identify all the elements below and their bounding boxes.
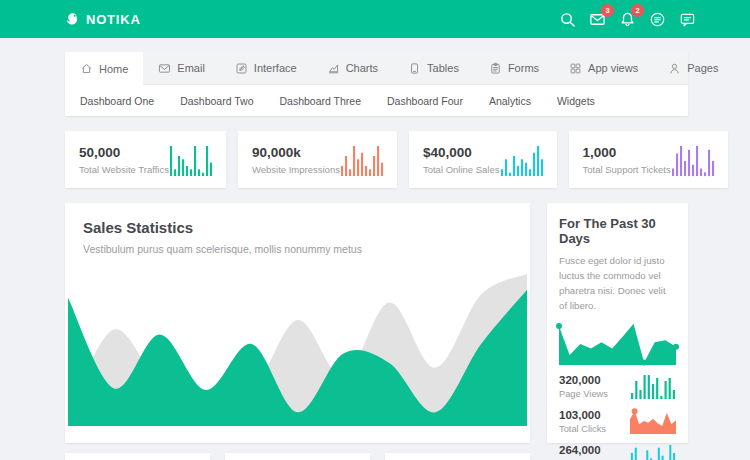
pageviews-bars-chart (630, 373, 676, 399)
stat-value: 90,000k (252, 145, 340, 160)
stat-label: Total Support Tickets (583, 164, 671, 175)
tab-label: Tables (427, 62, 459, 74)
bottom-card-1 (65, 453, 210, 460)
impressions-bars-chart (340, 144, 384, 176)
subnav-analytics[interactable]: Analytics (476, 95, 544, 107)
tab-label: Pages (687, 62, 718, 74)
sales-statistics-subtitle: Vestibulum purus quam scelerisque, molli… (83, 243, 512, 255)
subnav-dashboard-one[interactable]: Dashboard One (67, 95, 167, 107)
sales-area-chart (68, 264, 527, 426)
bottom-card-2 (225, 453, 370, 460)
clicks-area-chart (630, 408, 676, 434)
sales-statistics-card: Sales Statistics Vestibulum purus quam s… (65, 203, 530, 443)
summary-stat-site-visitors: 264,000Site Visitors (559, 439, 676, 460)
pages-icon (668, 62, 681, 75)
stat-value: 50,000 (79, 145, 169, 160)
traffics-bars-chart (169, 144, 213, 176)
tab-label: Email (177, 62, 205, 74)
subnav-dashboard-four[interactable]: Dashboard Four (374, 95, 476, 107)
notika-logo[interactable]: NOTIKA (64, 11, 141, 28)
summary-value: 103,000 (559, 409, 606, 421)
subnav-dashboard-two[interactable]: Dashboard Two (167, 95, 266, 107)
app-views-icon (569, 62, 582, 75)
stat-value: 1,000 (583, 145, 671, 160)
past-30-days-text: Fusce eget dolor id justo luctus the com… (559, 253, 676, 313)
tab-forms[interactable]: Forms (474, 52, 554, 84)
bottom-card-3 (385, 453, 530, 460)
tab-label: Home (99, 63, 128, 75)
stat-cards-row: 50,000Total Website Traffics90,000kWebsi… (65, 131, 688, 188)
home-icon (80, 62, 93, 75)
tab-home[interactable]: Home (65, 52, 143, 85)
stat-label: Website Impressions (252, 164, 340, 175)
mail-icon[interactable]: 3 (589, 11, 606, 28)
main-navigation: HomeEmailInterfaceChartsTablesFormsApp v… (65, 52, 688, 116)
stat-card-total-online-sales: $40,000Total Online Sales (409, 131, 557, 188)
summary-value: 264,000 (559, 444, 608, 456)
subnav-dashboard-three[interactable]: Dashboard Three (267, 95, 375, 107)
tab-app-views[interactable]: App views (554, 52, 653, 84)
mail-count-badge: 3 (601, 4, 614, 17)
online-sales-bars-chart (500, 144, 544, 176)
tab-charts[interactable]: Charts (312, 52, 393, 84)
summary-label: Total Clicks (559, 424, 606, 434)
stat-card-total-support-tickets: 1,000Total Support Tickets (569, 131, 728, 188)
chat-icon[interactable] (679, 11, 696, 28)
tab-tables[interactable]: Tables (393, 52, 474, 84)
sub-navigation: Dashboard OneDashboard TwoDashboard Thre… (65, 85, 688, 116)
stat-label: Total Online Sales (423, 164, 500, 175)
summary-label: Page Views (559, 389, 608, 399)
summary-stats-list: 320,000Page Views103,000Total Clicks264,… (559, 369, 676, 460)
tab-label: App views (588, 62, 638, 74)
past-30-days-title: For The Past 30 Days (559, 216, 676, 246)
stat-card-website-impressions: 90,000kWebsite Impressions (238, 131, 397, 188)
subnav-widgets[interactable]: Widgets (544, 95, 608, 107)
tab-pages[interactable]: Pages (653, 52, 733, 84)
stat-label: Total Website Traffics (79, 164, 169, 175)
logo-text: NOTIKA (86, 12, 141, 27)
main-row: Sales Statistics Vestibulum purus quam s… (65, 203, 688, 443)
summary-value: 320,000 (559, 374, 608, 386)
interface-icon (235, 62, 248, 75)
visitors-bars-chart (630, 443, 676, 460)
menu-circle-icon[interactable] (649, 11, 666, 28)
bell-icon[interactable]: 2 (619, 11, 636, 28)
tab-email[interactable]: Email (143, 52, 220, 84)
tab-label: Interface (254, 62, 297, 74)
notika-logo-icon (64, 11, 81, 28)
tab-label: Charts (346, 62, 378, 74)
bell-count-badge: 2 (631, 4, 644, 17)
dashboard-page: NOTIKA 32 HomeEmailInterfaceChartsTables… (0, 0, 750, 460)
stat-card-total-website-traffics: 50,000Total Website Traffics (65, 131, 226, 188)
topbar-icon-group: 32 (546, 11, 696, 28)
tab-label: Forms (508, 62, 539, 74)
stat-value: $40,000 (423, 145, 500, 160)
top-bar: NOTIKA 32 (0, 0, 750, 38)
tickets-bars-chart (671, 144, 715, 176)
forms-icon (489, 62, 502, 75)
charts-icon (327, 62, 340, 75)
past-30-days-sparkline (559, 321, 676, 365)
sales-statistics-title: Sales Statistics (83, 219, 512, 236)
summary-stat-total-clicks: 103,000Total Clicks (559, 404, 676, 439)
nav-tabs: HomeEmailInterfaceChartsTablesFormsApp v… (65, 52, 688, 85)
summary-stat-page-views: 320,000Page Views (559, 369, 676, 404)
search-icon[interactable] (559, 11, 576, 28)
tables-icon (408, 62, 421, 75)
email-icon (158, 62, 171, 75)
past-30-days-card: For The Past 30 Days Fusce eget dolor id… (547, 203, 688, 443)
tab-interface[interactable]: Interface (220, 52, 312, 84)
